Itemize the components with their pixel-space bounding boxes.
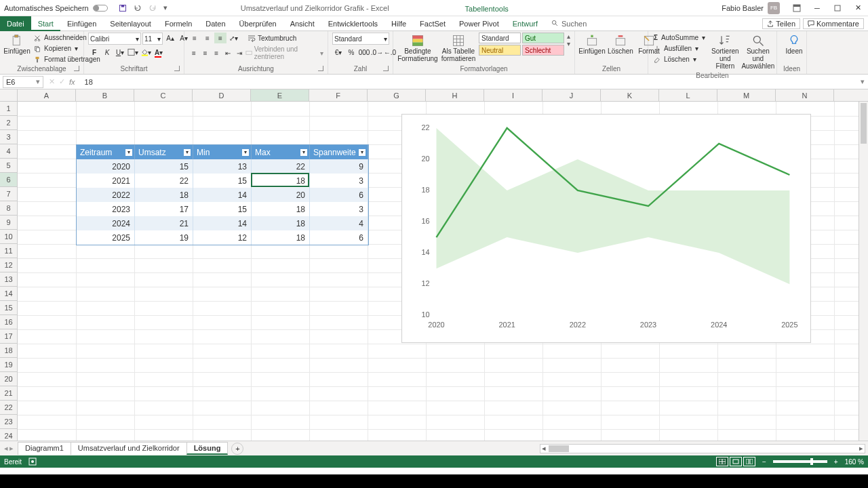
row-header[interactable]: 5 — [0, 159, 17, 173]
table-row[interactable]: 20231715183 — [77, 202, 368, 216]
row-header[interactable]: 4 — [0, 144, 17, 159]
dialog-launcher-icon[interactable] — [174, 66, 180, 71]
font-color-icon[interactable]: A▾ — [153, 47, 165, 58]
row-header[interactable]: 19 — [0, 358, 17, 372]
col-header[interactable]: E — [251, 89, 309, 101]
align-bottom-icon[interactable]: ≡ — [214, 33, 226, 43]
table-cell[interactable]: 18 — [252, 216, 310, 230]
filter-dropdown-icon[interactable]: ▾ — [359, 149, 366, 156]
filter-dropdown-icon[interactable]: ▾ — [242, 149, 249, 156]
table-header[interactable]: Max▾ — [252, 145, 310, 159]
table-row[interactable]: 20251912186 — [77, 230, 368, 245]
indent-dec-icon[interactable]: ⇤ — [222, 47, 233, 58]
borders-icon[interactable]: ▾ — [127, 47, 139, 58]
save-icon[interactable] — [119, 4, 127, 12]
sheet-nav-prev-icon[interactable]: ◂ — [4, 444, 8, 453]
find-select-button[interactable]: Suchen und Auswählen — [744, 33, 772, 71]
percent-icon[interactable]: % — [345, 47, 357, 58]
chart-object[interactable]: 10121416182022202020212022202320242025 — [401, 114, 811, 343]
table-cell[interactable]: 20 — [252, 188, 310, 202]
toggle-switch[interactable] — [93, 5, 108, 12]
undo-icon[interactable] — [134, 4, 142, 12]
row-header[interactable]: 12 — [0, 258, 17, 272]
tab-power pivot[interactable]: Power Pivot — [452, 16, 506, 31]
dialog-launcher-icon[interactable] — [383, 66, 389, 71]
col-header[interactable]: A — [18, 89, 76, 101]
zoom-out-icon[interactable]: − — [762, 458, 766, 466]
col-header[interactable]: K — [601, 89, 659, 101]
ribbon-display-icon[interactable] — [787, 0, 807, 16]
sheet-tab[interactable]: Umsatzverlauf und Zielkorridor — [71, 442, 187, 455]
new-sheet-button[interactable]: + — [231, 443, 243, 455]
minimize-icon[interactable]: ─ — [807, 0, 827, 16]
col-header[interactable]: L — [659, 89, 717, 101]
col-header[interactable]: N — [776, 89, 834, 101]
fx-icon[interactable]: fx — [69, 78, 75, 86]
font-size-combo[interactable]: 11▾ — [142, 33, 163, 45]
row-header[interactable]: 20 — [0, 372, 17, 386]
table-cell[interactable]: 2023 — [77, 202, 135, 216]
table-cell[interactable]: 3 — [310, 174, 368, 188]
dialog-launcher-icon[interactable] — [74, 66, 79, 71]
table-cell[interactable]: 6 — [310, 188, 368, 202]
insert-cells-button[interactable]: Einfügen — [579, 33, 605, 56]
table-cell[interactable]: 19 — [135, 230, 193, 245]
col-header[interactable]: F — [309, 89, 368, 101]
table-header[interactable]: Umsatz▾ — [135, 145, 193, 159]
row-header[interactable]: 7 — [0, 187, 17, 201]
zoom-in-icon[interactable]: + — [834, 458, 838, 466]
tab-file[interactable]: Datei — [0, 16, 31, 31]
redo-icon[interactable] — [149, 4, 157, 12]
row-header[interactable]: 15 — [0, 301, 17, 315]
table-row[interactable]: 20242114184 — [77, 216, 368, 230]
zoom-level[interactable]: 160 % — [845, 458, 864, 466]
col-header[interactable]: G — [368, 89, 426, 101]
autosave-toggle[interactable]: Automatisches Speichern — [0, 4, 112, 12]
tab-hilfe[interactable]: Hilfe — [384, 16, 413, 31]
italic-icon[interactable]: K — [101, 47, 113, 58]
zoom-slider[interactable] — [773, 460, 827, 463]
row-header[interactable]: 11 — [0, 244, 17, 258]
currency-icon[interactable]: €▾ — [332, 47, 344, 58]
grow-font-icon[interactable]: A▴ — [164, 33, 176, 43]
close-icon[interactable]: ✕ — [848, 0, 868, 16]
sheet-tab[interactable]: Diagramm1 — [18, 442, 71, 455]
paste-button[interactable]: Einfügen — [4, 33, 30, 56]
table-cell[interactable]: 6 — [310, 230, 368, 245]
autosum-button[interactable]: Σ AutoSumme ▾ — [652, 33, 707, 43]
table-cell[interactable]: 2024 — [77, 216, 135, 230]
horizontal-scrollbar[interactable]: ◂▸ — [540, 444, 865, 453]
table-cell[interactable]: 15 — [193, 174, 252, 188]
row-header[interactable]: 24 — [0, 429, 17, 441]
data-table[interactable]: Zeitraum▾Umsatz▾Min▾Max▾Spannweite▾20201… — [76, 144, 369, 245]
font-name-combo[interactable]: Calibri▾ — [88, 33, 141, 45]
align-top-icon[interactable]: ≡ — [189, 33, 201, 43]
table-cell[interactable]: 9 — [310, 159, 368, 174]
row-header[interactable]: 23 — [0, 415, 17, 429]
table-cell[interactable]: 22 — [135, 174, 193, 188]
style-gut[interactable]: Gut — [522, 33, 564, 43]
row-header[interactable]: 6 — [0, 173, 17, 187]
table-cell[interactable]: 18 — [252, 174, 310, 188]
table-header[interactable]: Zeitraum▾ — [77, 145, 135, 159]
worksheet-grid[interactable]: ABCDEFGHIJKLMN 1234567891011121314151617… — [0, 89, 868, 441]
ideas-button[interactable]: Ideen — [781, 33, 807, 56]
align-right-icon[interactable]: ≡ — [211, 47, 222, 58]
comma-icon[interactable]: 000 — [358, 47, 370, 58]
align-left-icon[interactable]: ≡ — [189, 47, 199, 58]
table-cell[interactable]: 15 — [135, 159, 193, 174]
row-header[interactable]: 3 — [0, 130, 17, 144]
view-normal-icon[interactable] — [716, 457, 728, 466]
macro-record-icon[interactable] — [28, 458, 37, 466]
sheet-tab[interactable]: Lösung — [186, 442, 229, 455]
vertical-scrollbar[interactable] — [859, 102, 868, 441]
row-header[interactable]: 16 — [0, 315, 17, 329]
table-row[interactable]: 20212215183 — [77, 174, 368, 188]
number-format-combo[interactable]: Standard▾ — [332, 33, 389, 45]
delete-cells-button[interactable]: Löschen — [608, 33, 633, 56]
col-header[interactable]: I — [484, 89, 542, 101]
table-row[interactable]: 20221814206 — [77, 188, 368, 202]
comments-button[interactable]: Kommentare — [803, 18, 864, 29]
tab-einfügen[interactable]: Einfügen — [60, 16, 103, 31]
table-row[interactable]: 20201513229 — [77, 159, 368, 174]
